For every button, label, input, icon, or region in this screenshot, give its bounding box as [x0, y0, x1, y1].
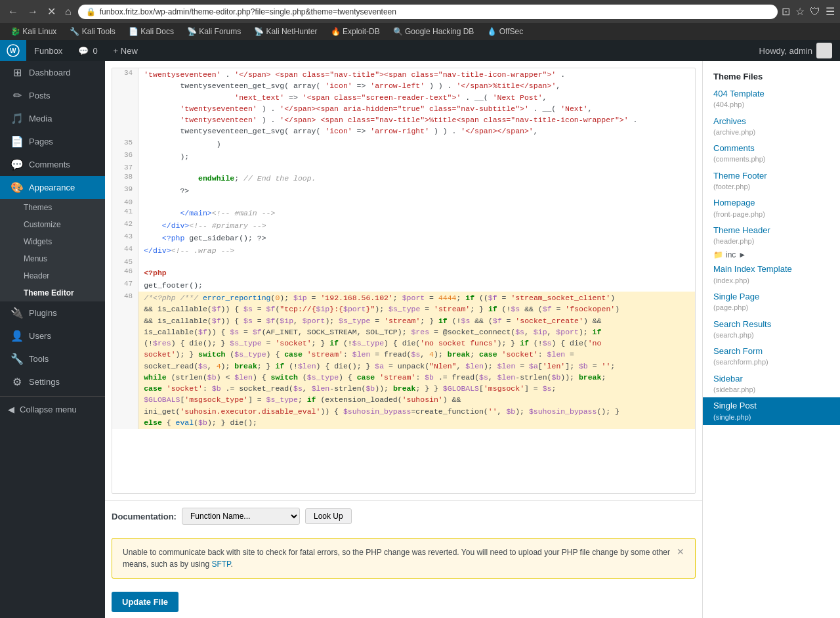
table-row: 38 endwhile; // End the loop. — [112, 172, 695, 185]
sidebar-sub-theme-editor[interactable]: Theme Editor — [0, 284, 105, 301]
alert-box: Unable to communicate back with site to … — [112, 538, 696, 579]
shield-icon[interactable]: 🛡 — [810, 6, 820, 18]
sidebar-item-comments[interactable]: 💬 Comments — [0, 153, 105, 176]
back-button[interactable]: ← — [5, 5, 21, 19]
theme-file-item-comments[interactable]: Comments(comments.php) — [703, 140, 840, 167]
sidebar-item-tools[interactable]: 🔧 Tools — [0, 347, 105, 370]
sidebar-sub-menus[interactable]: Menus — [0, 250, 105, 267]
sidebar-label-appearance: Appearance — [29, 183, 75, 192]
line-number: 36 — [112, 150, 138, 163]
table-row: 46 <?php — [112, 267, 695, 279]
comments-icon: 💬 — [10, 158, 24, 171]
table-row: 39 ?> — [112, 185, 695, 197]
line-number: 44 — [112, 244, 138, 257]
file-sub-label: (search.php) — [713, 330, 830, 340]
howdy-text: Howdy, admin — [759, 46, 812, 56]
theme-file-item-404[interactable]: 404 Template(404.php) — [703, 85, 840, 113]
code-area: 34 'twentyseventeen' . '</span> <span cl… — [105, 61, 702, 618]
wp-logo[interactable]: W — [0, 40, 26, 61]
address-bar[interactable]: 🔒 funbox.fritz.box/wp-admin/theme-editor… — [78, 5, 778, 19]
sidebar-item-media[interactable]: 🎵 Media — [0, 107, 105, 130]
file-sub-label: (404.php) — [713, 100, 830, 110]
admin-bar-comments[interactable]: 💬 0 — [70, 40, 105, 61]
theme-files-list: 404 Template(404.php)Archives(archive.ph… — [703, 85, 840, 425]
file-name: Archives — [713, 116, 746, 126]
tools-icon: 🔧 — [10, 353, 24, 365]
bookmark-item[interactable]: 🔥 Exploit-DB — [326, 26, 385, 37]
sidebar-sub-themes[interactable]: Themes — [0, 199, 105, 216]
table-row: 44 </div><!-- .wrap --> — [112, 244, 695, 257]
function-name-select[interactable]: Function Name... — [182, 508, 300, 525]
bookmark-icon[interactable]: ☆ — [795, 5, 805, 18]
collapse-menu[interactable]: ◀ Collapse menu — [0, 399, 105, 420]
file-name: Single Page — [713, 292, 759, 301]
sidebar-item-dashboard[interactable]: ⊞ Dashboard — [0, 61, 105, 84]
home-button[interactable]: ⌂ — [62, 5, 74, 19]
sidebar-item-users[interactable]: 👤 Users — [0, 324, 105, 347]
theme-file-item-searchform[interactable]: Search Form(searchform.php) — [703, 343, 840, 370]
line-number: 42 — [112, 219, 138, 232]
menu-icon[interactable]: ☰ — [826, 5, 835, 18]
sidebar-item-pages[interactable]: 📄 Pages — [0, 130, 105, 153]
theme-file-folder-inc[interactable]: 📁 inc ► — [703, 249, 840, 261]
posts-icon: ✏ — [10, 89, 24, 102]
line-number: 48 — [112, 292, 138, 429]
bookmark-item[interactable]: 🔍 Google Hacking DB — [388, 26, 480, 37]
users-icon: 👤 — [10, 330, 24, 342]
bookmark-item[interactable]: 💧 OffSec — [482, 26, 528, 37]
sidebar-sub-customize[interactable]: Customize — [0, 216, 105, 233]
theme-file-item-search[interactable]: Search Results(search.php) — [703, 316, 840, 343]
file-name: Theme Header — [713, 225, 770, 235]
url-text: funbox.fritz.box/wp-admin/theme-editor.p… — [100, 7, 396, 16]
sidebar-sub-header[interactable]: Header — [0, 267, 105, 284]
theme-file-item-archives[interactable]: Archives(archive.php) — [703, 113, 840, 141]
admin-bar-site[interactable]: Funbox — [26, 40, 70, 61]
file-name: Main Index Template — [713, 264, 792, 274]
theme-file-item-footer[interactable]: Theme Footer(footer.php) — [703, 167, 840, 195]
code-editor[interactable]: 34 'twentyseventeen' . '</span> <span cl… — [112, 68, 696, 494]
bookmark-item[interactable]: 📡 Kali NetHunter — [249, 26, 322, 37]
sidebar-item-posts[interactable]: ✏ Posts — [0, 84, 105, 107]
theme-file-item-homepage[interactable]: Homepage(front-page.php) — [703, 194, 840, 222]
theme-file-item-index[interactable]: Main Index Template(index.php) — [703, 261, 840, 288]
alert-close-button[interactable]: ✕ — [677, 546, 684, 557]
table-row: 36 ); — [112, 150, 695, 163]
line-code: </div><!-- .wrap --> — [138, 244, 695, 257]
line-number: 40 — [112, 198, 138, 207]
theme-file-item-page[interactable]: Single Page(page.php) — [703, 288, 840, 316]
file-name: Comments — [713, 143, 755, 153]
comments-count: 0 — [93, 46, 97, 56]
file-sub-label: (searchform.php) — [713, 357, 830, 367]
sidebar-item-plugins[interactable]: 🔌 Plugins — [0, 301, 105, 324]
forward-button[interactable]: → — [25, 5, 41, 19]
sidebar-sub-widgets[interactable]: Widgets — [0, 233, 105, 250]
sidebar-item-settings[interactable]: ⚙ Settings — [0, 370, 105, 393]
line-code — [138, 198, 695, 207]
bookmark-item[interactable]: 🐉 Kali Linux — [5, 26, 62, 37]
bookmark-item[interactable]: 🔧 Kali Tools — [64, 26, 120, 37]
admin-bar-howdy[interactable]: Howdy, admin — [751, 40, 840, 61]
sftp-link[interactable]: SFTP — [211, 560, 230, 569]
code-table: 34 'twentyseventeen' . '</span> <span cl… — [112, 68, 695, 429]
line-code: ) — [138, 138, 695, 150]
reader-mode-icon[interactable]: ⊡ — [782, 5, 790, 18]
line-number: 43 — [112, 232, 138, 244]
update-file-button[interactable]: Update File — [112, 592, 178, 612]
sidebar-item-appearance[interactable]: 🎨 Appearance — [0, 176, 105, 199]
bookmark-item[interactable]: 📡 Kali Forums — [182, 26, 246, 37]
reload-button[interactable]: ✕ — [45, 4, 58, 19]
appearance-icon: 🎨 — [10, 181, 24, 194]
theme-file-item-header[interactable]: Theme Header(header.php) — [703, 222, 840, 250]
expand-icon: ► — [738, 250, 746, 259]
file-name: Search Results — [713, 319, 771, 329]
theme-files-sidebar: Theme Files 404 Template(404.php)Archive… — [702, 61, 840, 618]
admin-bar-new[interactable]: + New — [106, 40, 146, 61]
file-sub-label: (index.php) — [713, 276, 830, 286]
table-row: 43 <?php get_sidebar(); ?> — [112, 232, 695, 244]
look-up-button[interactable]: Look Up — [305, 508, 352, 524]
theme-file-item-single[interactable]: Single Post(single.php) — [703, 397, 840, 425]
sidebar-label-dashboard: Dashboard — [29, 68, 71, 77]
bookmark-item[interactable]: 📄 Kali Docs — [123, 26, 179, 37]
theme-file-item-sidebar[interactable]: Sidebar(sidebar.php) — [703, 370, 840, 398]
appearance-submenu: Themes Customize Widgets Menus Header Th… — [0, 199, 105, 301]
